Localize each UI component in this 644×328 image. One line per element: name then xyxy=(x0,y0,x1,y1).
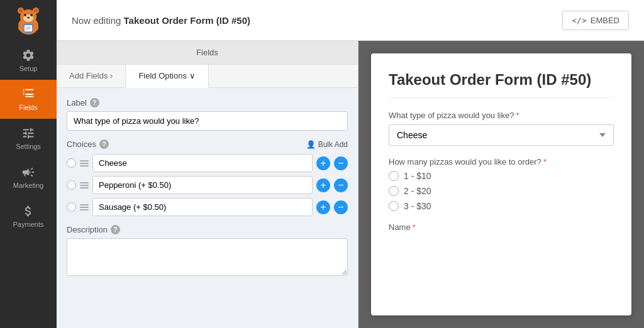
sidebar-item-setup[interactable]: Setup xyxy=(0,41,57,80)
sliders-icon xyxy=(21,126,35,140)
svg-point-9 xyxy=(27,16,30,18)
drag-handle-2[interactable] xyxy=(80,182,89,189)
dollar-icon xyxy=(21,204,35,218)
svg-point-7 xyxy=(24,14,26,16)
label-field-label: Label ? xyxy=(67,98,348,107)
person-icon: 👤 xyxy=(306,140,316,149)
choice-row: + − xyxy=(67,198,348,216)
sidebar-item-fields[interactable]: Fields xyxy=(0,80,57,119)
radio-circle-2[interactable] xyxy=(389,186,399,196)
sidebar-item-marketing-label: Marketing xyxy=(13,182,43,189)
choice-row: + − xyxy=(67,176,348,194)
radio-item: 1 - $10 xyxy=(389,171,614,181)
bear-logo-icon xyxy=(12,4,45,37)
radio-item: 3 - $30 xyxy=(389,201,614,211)
preview-pizza-count-field: How many pizzas would you like to order?… xyxy=(389,157,614,211)
choice-input-2[interactable] xyxy=(92,176,313,194)
choice-remove-btn-1[interactable]: − xyxy=(334,156,348,170)
panel-body: Label ? Choices ? 👤 Bulk Add xyxy=(57,88,358,328)
label-field-group: Label ? xyxy=(67,98,348,131)
content-body: Fields Add Fields › Field Options ∨ Labe… xyxy=(57,41,644,328)
bulk-add-button[interactable]: 👤 Bulk Add xyxy=(306,140,348,149)
preview-name-label: Name * xyxy=(389,222,614,232)
svg-point-3 xyxy=(19,9,23,13)
tab-add-fields[interactable]: Add Fields › xyxy=(57,65,126,87)
radio-circle-3[interactable] xyxy=(389,201,399,211)
sidebar-item-marketing[interactable]: Marketing xyxy=(0,158,57,197)
preview-pizza-select[interactable]: Cheese xyxy=(389,124,614,146)
sidebar-item-settings-label: Settings xyxy=(16,143,41,150)
choices-group: Choices ? 👤 Bulk Add xyxy=(67,139,348,216)
choice-radio-3 xyxy=(67,202,76,212)
choice-remove-btn-3[interactable]: − xyxy=(334,200,348,214)
choice-row: + − xyxy=(67,154,348,172)
sidebar-logo xyxy=(0,0,57,41)
preview-pizza-field: What type of pizza would you like? * Che… xyxy=(389,111,614,146)
radio-item: 2 - $20 xyxy=(389,186,614,196)
required-star-3: * xyxy=(413,222,416,232)
form-preview: Takeout Order Form (ID #50) What type of… xyxy=(371,53,631,315)
choices-label: Choices ? xyxy=(67,139,109,149)
svg-point-11 xyxy=(18,26,25,31)
fields-icon xyxy=(21,87,35,101)
choice-input-3[interactable] xyxy=(92,198,313,216)
preview-pizzas-label: How many pizzas would you like to order?… xyxy=(389,157,614,167)
label-help-icon[interactable]: ? xyxy=(90,98,99,107)
top-bar: Now editing Takeout Order Form (ID #50) … xyxy=(57,0,644,41)
drag-handle-1[interactable] xyxy=(80,160,89,167)
sidebar-item-payments[interactable]: Payments xyxy=(0,197,57,236)
label-input[interactable] xyxy=(67,111,348,131)
choice-remove-btn-2[interactable]: − xyxy=(334,178,348,192)
description-textarea[interactable] xyxy=(67,238,348,276)
required-star-1: * xyxy=(516,111,519,120)
choices-header: Choices ? 👤 Bulk Add xyxy=(67,139,348,149)
megaphone-icon xyxy=(21,165,35,179)
choice-add-btn-1[interactable]: + xyxy=(316,156,330,170)
fields-section-header: Fields xyxy=(57,41,358,65)
choice-radio-2 xyxy=(67,180,76,190)
choices-help-icon[interactable]: ? xyxy=(99,139,109,149)
left-panel: Fields Add Fields › Field Options ∨ Labe… xyxy=(57,41,358,328)
required-star-2: * xyxy=(543,157,547,167)
right-panel: Takeout Order Form (ID #50) What type of… xyxy=(358,41,644,328)
description-group: Description ? xyxy=(67,225,348,278)
preview-form-title: Takeout Order Form (ID #50) xyxy=(389,71,614,98)
sidebar-item-fields-label: Fields xyxy=(19,104,37,111)
svg-point-5 xyxy=(34,9,38,13)
choice-radio-1 xyxy=(67,158,76,168)
sidebar-item-payments-label: Payments xyxy=(13,221,44,228)
sidebar-item-setup-label: Setup xyxy=(19,65,38,72)
svg-point-8 xyxy=(30,14,33,16)
description-help-icon[interactable]: ? xyxy=(111,225,120,234)
code-icon: </> xyxy=(572,16,586,25)
tab-field-options[interactable]: Field Options ∨ xyxy=(126,65,208,88)
preview-radio-group: 1 - $10 2 - $20 3 - $30 xyxy=(389,171,614,211)
svg-point-12 xyxy=(32,26,38,31)
sidebar-item-settings[interactable]: Settings xyxy=(0,119,57,158)
form-title-header: Takeout Order Form (ID #50) xyxy=(124,15,250,26)
choice-add-btn-3[interactable]: + xyxy=(316,200,330,214)
sidebar: Setup Fields Settings Marketing Payments xyxy=(0,0,57,328)
preview-pizza-label: What type of pizza would you like? * xyxy=(389,111,614,120)
editing-label: Now editing Takeout Order Form (ID #50) xyxy=(72,15,250,26)
gear-icon xyxy=(21,48,35,62)
embed-button[interactable]: </> EMBED xyxy=(562,11,629,30)
preview-name-field: Name * xyxy=(389,222,614,232)
choice-input-1[interactable] xyxy=(92,154,313,172)
description-label: Description ? xyxy=(67,225,348,234)
panel-tabs: Add Fields › Field Options ∨ xyxy=(57,65,358,88)
radio-circle-1[interactable] xyxy=(389,171,399,181)
choice-add-btn-2[interactable]: + xyxy=(316,178,330,192)
main-content: Now editing Takeout Order Form (ID #50) … xyxy=(57,0,644,328)
drag-handle-3[interactable] xyxy=(80,204,89,210)
